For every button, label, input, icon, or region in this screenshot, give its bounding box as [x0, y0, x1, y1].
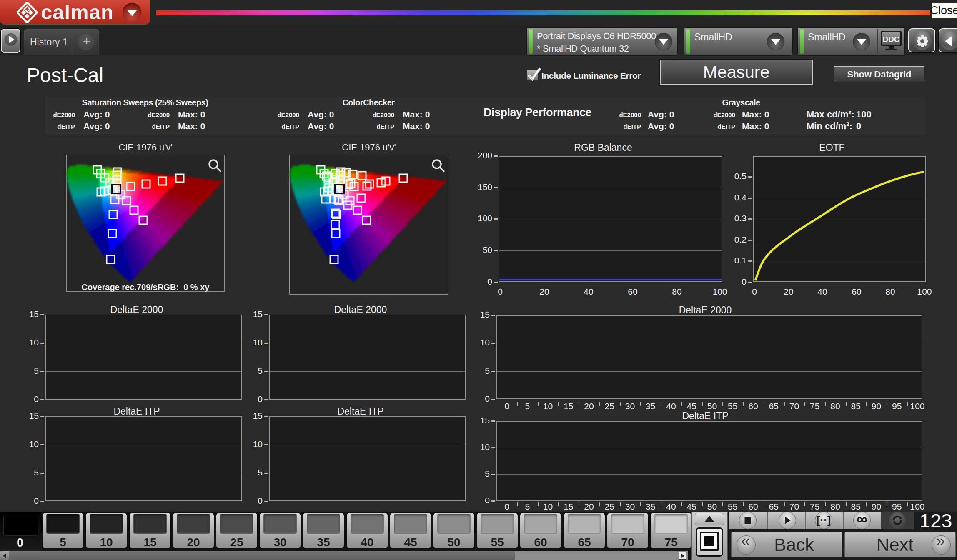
svg-text:DDC: DDC	[882, 35, 899, 44]
